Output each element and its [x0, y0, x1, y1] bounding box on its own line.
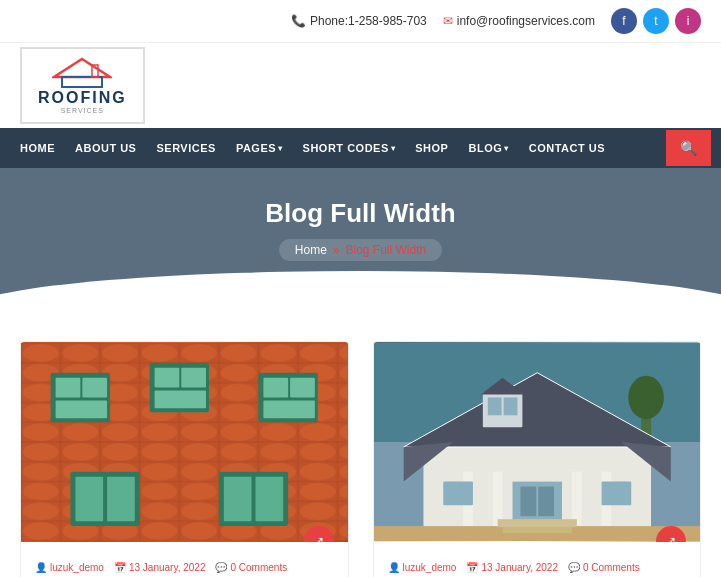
- phone-info: 📞 Phone:1-258-985-703: [291, 14, 427, 28]
- navigation: HOME ABOUT US SERVICES PAGES ▾ SHORT COD…: [0, 128, 721, 168]
- post-comments-2: 💬 0 Comments: [568, 562, 640, 573]
- svg-rect-20: [75, 477, 103, 522]
- svg-rect-14: [155, 391, 206, 409]
- instagram-icon[interactable]: i: [675, 8, 701, 34]
- email-info: ✉ info@roofingservices.com: [443, 14, 595, 28]
- breadcrumb: Home » Blog Full Width: [279, 239, 442, 261]
- logo-brand: ROOFING: [38, 89, 127, 107]
- nav-about[interactable]: ABOUT US: [65, 128, 146, 168]
- svg-rect-36: [487, 397, 501, 415]
- short-codes-arrow: ▾: [391, 144, 396, 153]
- post-comments-1: 💬 0 Comments: [215, 562, 287, 573]
- post-meta-1: 👤 luzuk_demo 📅 13 January, 2022 💬 0 Comm…: [35, 562, 334, 573]
- svg-rect-49: [502, 527, 571, 533]
- breadcrumb-separator: »: [333, 243, 340, 257]
- logo-sub: SERVICES: [61, 107, 104, 114]
- post-author-2: 👤 luzuk_demo: [388, 562, 457, 573]
- blog-card-1: ↗ 👤 luzuk_demo 📅 13 January, 2022 💬 0 Co…: [20, 341, 349, 577]
- author-icon-2: 👤: [388, 562, 400, 573]
- blog-card-body-1: 👤 luzuk_demo 📅 13 January, 2022 💬 0 Comm…: [21, 542, 348, 577]
- social-icons: f t i: [611, 8, 701, 34]
- calendar-icon-1: 📅: [114, 562, 126, 573]
- email-address: info@roofingservices.com: [457, 14, 595, 28]
- svg-rect-48: [497, 519, 576, 527]
- logo-svg: [52, 57, 112, 89]
- blog-card-body-2: 👤 luzuk_demo 📅 13 January, 2022 💬 0 Comm…: [374, 542, 701, 577]
- post-meta-2: 👤 luzuk_demo 📅 13 January, 2022 💬 0 Comm…: [388, 562, 687, 573]
- svg-rect-37: [503, 397, 517, 415]
- blog-arrow: ▾: [504, 144, 509, 153]
- nav-short-codes[interactable]: SHORT CODES ▾: [293, 128, 406, 168]
- svg-rect-21: [107, 477, 135, 522]
- svg-marker-0: [54, 59, 110, 77]
- blog-grid: ↗ 👤 luzuk_demo 📅 13 January, 2022 💬 0 Co…: [20, 341, 701, 577]
- author-icon-1: 👤: [35, 562, 47, 573]
- nav-shop[interactable]: SHOP: [405, 128, 458, 168]
- contact-info: 📞 Phone:1-258-985-703 ✉ info@roofingserv…: [291, 14, 595, 28]
- page-title: Blog Full Width: [20, 198, 701, 229]
- email-icon: ✉: [443, 14, 453, 28]
- top-bar: 📞 Phone:1-258-985-703 ✉ info@roofingserv…: [0, 0, 721, 43]
- svg-rect-24: [255, 477, 283, 522]
- twitter-icon[interactable]: t: [643, 8, 669, 34]
- svg-rect-9: [82, 378, 107, 398]
- breadcrumb-home[interactable]: Home: [295, 243, 327, 257]
- blog-card-image-2: ↗: [374, 342, 701, 542]
- svg-rect-10: [56, 400, 107, 418]
- nav-home[interactable]: HOME: [10, 128, 65, 168]
- post-date-1: 📅 13 January, 2022: [114, 562, 206, 573]
- blog-section: ↗ 👤 luzuk_demo 📅 13 January, 2022 💬 0 Co…: [0, 311, 721, 577]
- nav-pages[interactable]: PAGES ▾: [226, 128, 293, 168]
- pages-arrow: ▾: [278, 144, 283, 153]
- svg-rect-8: [56, 378, 81, 398]
- svg-rect-16: [263, 378, 288, 398]
- hero-section: Blog Full Width Home » Blog Full Width: [0, 168, 721, 311]
- svg-rect-43: [520, 487, 536, 517]
- calendar-icon-2: 📅: [466, 562, 478, 573]
- nav-contact[interactable]: CONTACT US: [519, 128, 615, 168]
- svg-rect-1: [62, 77, 102, 87]
- phone-icon: 📞: [291, 14, 306, 28]
- post-author-1: 👤 luzuk_demo: [35, 562, 104, 573]
- facebook-icon[interactable]: f: [611, 8, 637, 34]
- roof-image-1: [21, 342, 348, 542]
- svg-rect-44: [538, 487, 554, 517]
- blog-card-2: ↗ 👤 luzuk_demo 📅 13 January, 2022 💬 0 Co…: [373, 341, 702, 577]
- search-button[interactable]: 🔍: [666, 130, 711, 166]
- comment-icon-1: 💬: [215, 562, 227, 573]
- nav-services[interactable]: SERVICES: [146, 128, 225, 168]
- nav-blog[interactable]: BLOG ▾: [458, 128, 518, 168]
- blog-card-image-1: ↗: [21, 342, 348, 542]
- roof-svg-2: [374, 342, 701, 542]
- svg-rect-18: [263, 400, 314, 418]
- svg-rect-13: [181, 368, 206, 388]
- svg-rect-17: [290, 378, 315, 398]
- roof-image-2: [374, 342, 701, 542]
- svg-rect-45: [443, 482, 473, 506]
- svg-rect-23: [224, 477, 252, 522]
- post-date-2: 📅 13 January, 2022: [466, 562, 558, 573]
- breadcrumb-current: Blog Full Width: [346, 243, 427, 257]
- phone-number: Phone:1-258-985-703: [310, 14, 427, 28]
- svg-point-28: [628, 376, 664, 420]
- logo[interactable]: ROOFING SERVICES: [20, 47, 145, 124]
- roof-svg-1: [21, 342, 348, 542]
- svg-rect-12: [155, 368, 180, 388]
- svg-rect-46: [601, 482, 631, 506]
- comment-icon-2: 💬: [568, 562, 580, 573]
- header: ROOFING SERVICES: [0, 43, 721, 128]
